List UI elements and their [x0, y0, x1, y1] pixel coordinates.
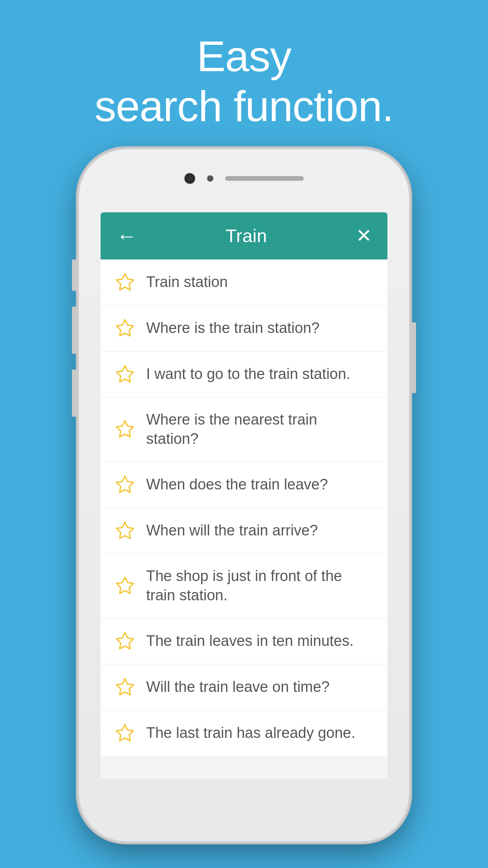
star-icon	[115, 520, 135, 541]
phone-button-volume-down	[72, 370, 77, 417]
list-item-text: Where is the nearest train station?	[146, 410, 373, 449]
page-title: Easy search function.	[0, 0, 488, 131]
list-item-text: Train station	[146, 272, 373, 292]
list-item[interactable]: Will the train leave on time?	[101, 664, 387, 710]
phrase-list: Train station Where is the train station…	[101, 259, 387, 756]
phone-camera	[184, 173, 195, 184]
svg-marker-4	[116, 476, 133, 492]
svg-marker-6	[116, 577, 133, 594]
star-icon	[115, 576, 135, 596]
list-item[interactable]: The shop is just in front of the train s…	[101, 554, 387, 618]
back-button[interactable]: ←	[116, 226, 137, 246]
list-item-text: The shop is just in front of the train s…	[146, 566, 373, 605]
list-item[interactable]: Where is the train station?	[101, 305, 387, 351]
svg-marker-3	[116, 421, 133, 437]
svg-marker-9	[116, 725, 133, 741]
star-icon	[115, 364, 135, 384]
app-header: ← Train ✕	[101, 212, 387, 259]
list-item[interactable]: I want to go to the train station.	[101, 351, 387, 397]
list-item-text: The last train has already gone.	[146, 723, 373, 743]
list-item[interactable]: The last train has already gone.	[101, 710, 387, 756]
phone-mockup: ← Train ✕ Train station	[79, 149, 409, 841]
list-item[interactable]: The train leaves in ten minutes.	[101, 618, 387, 664]
phone-top-bar	[165, 173, 323, 184]
svg-marker-8	[116, 679, 133, 695]
star-icon	[115, 272, 135, 292]
phone-button-mute	[72, 259, 77, 291]
list-item[interactable]: Where is the nearest train station?	[101, 397, 387, 462]
phone-button-volume-up	[72, 307, 77, 354]
svg-marker-2	[116, 366, 133, 382]
star-icon	[115, 723, 135, 743]
header-title: Train	[226, 225, 267, 246]
star-icon	[115, 474, 135, 495]
svg-marker-5	[116, 522, 133, 538]
app-screen: ← Train ✕ Train station	[101, 212, 387, 778]
list-item-text: I want to go to the train station.	[146, 364, 373, 384]
phone-proximity-sensor	[207, 175, 213, 182]
phone-speaker	[225, 176, 304, 181]
star-icon	[115, 631, 135, 651]
svg-marker-1	[116, 320, 133, 336]
star-icon	[115, 419, 135, 440]
list-item[interactable]: When does the train leave?	[101, 462, 387, 508]
list-item[interactable]: When will the train arrive?	[101, 508, 387, 554]
list-item-text: The train leaves in ten minutes.	[146, 631, 373, 651]
close-button[interactable]: ✕	[356, 226, 372, 245]
list-item-text: When does the train leave?	[146, 475, 373, 494]
list-item[interactable]: Train station	[101, 259, 387, 305]
list-item-text: When will the train arrive?	[146, 521, 373, 540]
list-item-text: Where is the train station?	[146, 318, 373, 338]
list-item-text: Will the train leave on time?	[146, 677, 373, 697]
star-icon	[115, 677, 135, 697]
svg-marker-0	[116, 274, 133, 290]
svg-marker-7	[116, 633, 133, 649]
star-icon	[115, 318, 135, 338]
phone-button-power	[411, 322, 416, 393]
